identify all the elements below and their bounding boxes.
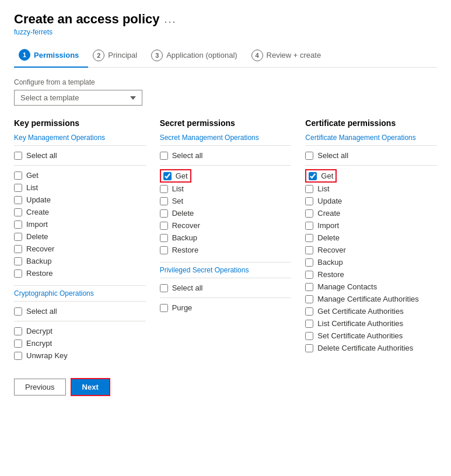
crypto-decrypt-label[interactable]: Decrypt	[26, 327, 53, 335]
cert-list-ca-label[interactable]: List Certificate Authorities	[317, 319, 403, 328]
key-import-checkbox[interactable]	[14, 220, 22, 229]
step-application[interactable]: 3 Application (optional)	[146, 45, 246, 67]
cert-manage-contacts-label[interactable]: Manage Contacts	[317, 282, 377, 291]
secret-restore-label[interactable]: Restore	[172, 246, 199, 254]
crypto-select-all-checkbox[interactable]	[14, 307, 22, 316]
breadcrumb[interactable]: fuzzy-ferrets	[14, 28, 437, 36]
crypto-encrypt-label[interactable]: Encrypt	[26, 339, 52, 348]
key-update-row: Update	[14, 194, 146, 206]
key-get-checkbox[interactable]	[14, 172, 22, 180]
secret-backup-row: Backup	[160, 232, 292, 244]
secret-set-row: Set	[160, 195, 292, 207]
cert-list-label[interactable]: List	[317, 184, 329, 193]
key-get-label[interactable]: Get	[26, 171, 39, 180]
cert-manage-ca-label[interactable]: Manage Certificate Authorities	[317, 295, 418, 303]
cert-create-label[interactable]: Create	[317, 209, 340, 218]
key-restore-checkbox[interactable]	[14, 270, 22, 278]
step-review[interactable]: 4 Review + create	[247, 45, 331, 67]
secret-restore-checkbox[interactable]	[160, 246, 168, 254]
secret-set-label[interactable]: Set	[172, 197, 184, 205]
cert-list-checkbox[interactable]	[305, 185, 313, 193]
cert-get-ca-label[interactable]: Get Certificate Authorities	[317, 307, 403, 316]
cert-restore-checkbox[interactable]	[305, 271, 313, 279]
cert-select-all-label[interactable]: Select all	[317, 151, 348, 160]
secret-set-checkbox[interactable]	[160, 197, 168, 205]
secret-delete-label[interactable]: Delete	[172, 209, 194, 218]
secret-list-checkbox[interactable]	[160, 185, 168, 193]
key-backup-label[interactable]: Backup	[26, 257, 51, 265]
key-import-row: Import	[14, 218, 146, 230]
secret-select-all-label[interactable]: Select all	[172, 151, 203, 160]
step-3-label: Application (optional)	[166, 51, 237, 60]
cert-delete-ca-checkbox[interactable]	[305, 344, 313, 352]
cert-backup-label[interactable]: Backup	[317, 258, 342, 267]
secret-backup-checkbox[interactable]	[160, 234, 168, 242]
page-title: Create an access policy	[14, 12, 159, 27]
cert-set-ca-checkbox[interactable]	[305, 332, 313, 340]
ellipsis-menu[interactable]: ...	[164, 13, 176, 26]
key-import-label[interactable]: Import	[26, 220, 48, 229]
key-recover-checkbox[interactable]	[14, 245, 22, 253]
secret-recover-label[interactable]: Recover	[172, 221, 200, 230]
secret-recover-checkbox[interactable]	[160, 222, 168, 230]
cert-select-all-checkbox[interactable]	[305, 152, 313, 160]
chevron-down-icon	[130, 96, 136, 100]
priv-secret-select-all-label[interactable]: Select all	[172, 284, 203, 292]
key-select-all-checkbox[interactable]	[14, 152, 22, 160]
cert-manage-contacts-checkbox[interactable]	[305, 283, 313, 291]
cert-recover-label[interactable]: Recover	[317, 246, 345, 254]
step-4-circle: 4	[251, 50, 263, 61]
step-principal[interactable]: 2 Principal	[88, 45, 146, 67]
secret-delete-checkbox[interactable]	[160, 209, 168, 218]
cert-list-ca-checkbox[interactable]	[305, 320, 313, 328]
cert-set-ca-label[interactable]: Set Certificate Authorities	[317, 331, 403, 340]
cert-get-label[interactable]: Get	[321, 172, 333, 180]
cert-backup-checkbox[interactable]	[305, 258, 313, 267]
previous-button[interactable]: Previous	[14, 379, 66, 396]
key-create-label[interactable]: Create	[26, 208, 49, 216]
secret-select-all-checkbox[interactable]	[160, 152, 168, 160]
cert-get-checkbox[interactable]	[309, 172, 317, 180]
key-update-checkbox[interactable]	[14, 196, 22, 204]
cert-update-label[interactable]: Update	[317, 197, 342, 205]
secret-get-label[interactable]: Get	[176, 172, 188, 180]
cert-get-ca-checkbox[interactable]	[305, 307, 313, 316]
cert-restore-label[interactable]: Restore	[317, 270, 344, 279]
secret-get-checkbox[interactable]	[163, 172, 172, 180]
cert-import-label[interactable]: Import	[317, 221, 339, 230]
cert-manage-ca-checkbox[interactable]	[305, 295, 313, 303]
key-restore-label[interactable]: Restore	[26, 269, 53, 278]
next-button[interactable]: Next	[71, 378, 110, 396]
priv-secret-purge-checkbox[interactable]	[160, 304, 168, 312]
priv-secret-purge-label[interactable]: Purge	[172, 303, 193, 312]
key-update-label[interactable]: Update	[26, 195, 51, 204]
secret-permissions-title: Secret permissions	[160, 118, 292, 128]
secret-mgmt-section-title: Secret Management Operations	[160, 134, 292, 142]
key-list-checkbox[interactable]	[14, 184, 22, 192]
step-permissions[interactable]: 1 Permissions	[14, 44, 88, 68]
crypto-unwrap-label[interactable]: Unwrap Key	[26, 351, 68, 360]
cert-delete-ca-label[interactable]: Delete Certificate Authorities	[317, 344, 413, 352]
cert-import-checkbox[interactable]	[305, 222, 313, 230]
key-select-all-label[interactable]: Select all	[26, 151, 57, 160]
template-dropdown[interactable]: Select a template	[14, 90, 142, 106]
key-delete-label[interactable]: Delete	[26, 232, 48, 241]
crypto-unwrap-checkbox[interactable]	[14, 352, 22, 360]
priv-secret-select-all-checkbox[interactable]	[160, 284, 168, 292]
cert-delete-label[interactable]: Delete	[317, 233, 340, 242]
key-delete-checkbox[interactable]	[14, 233, 22, 241]
cert-create-checkbox[interactable]	[305, 209, 313, 218]
key-backup-checkbox[interactable]	[14, 257, 22, 265]
key-recover-label[interactable]: Recover	[26, 244, 54, 253]
cert-recover-checkbox[interactable]	[305, 246, 313, 254]
cert-update-checkbox[interactable]	[305, 197, 313, 205]
cert-update-row: Update	[305, 195, 437, 207]
crypto-decrypt-checkbox[interactable]	[14, 327, 22, 335]
crypto-encrypt-checkbox[interactable]	[14, 340, 22, 348]
secret-backup-label[interactable]: Backup	[172, 233, 197, 242]
key-list-label[interactable]: List	[26, 183, 38, 192]
key-create-checkbox[interactable]	[14, 208, 22, 216]
secret-list-label[interactable]: List	[172, 184, 184, 193]
cert-delete-checkbox[interactable]	[305, 234, 313, 242]
crypto-select-all-label[interactable]: Select all	[26, 307, 57, 316]
